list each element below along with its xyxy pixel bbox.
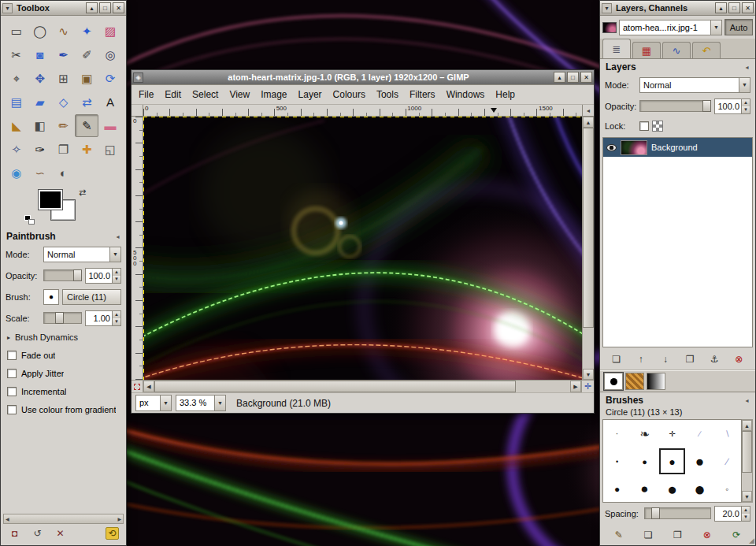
default-colors-icon[interactable] xyxy=(24,215,37,226)
delete-tool-options-button[interactable]: ✕ xyxy=(54,527,67,540)
close-button[interactable]: ✕ xyxy=(113,2,124,13)
window-menu-icon[interactable]: ▾ xyxy=(602,3,612,13)
slider-thumb[interactable] xyxy=(55,312,64,324)
scroll-up-icon[interactable]: ▲ xyxy=(583,117,594,128)
spinner-arrows-icon[interactable]: ▲▼ xyxy=(112,311,120,325)
resize-grip[interactable]: ◢ xyxy=(749,537,754,544)
anchor-layer-button[interactable]: ⚓ xyxy=(708,353,721,366)
foreground-color-swatch[interactable] xyxy=(39,190,62,210)
tool-scale[interactable]: ▤ xyxy=(5,91,28,113)
tool-blur-sharpen[interactable]: ◉ xyxy=(5,162,28,184)
delete-layer-button[interactable]: ⊗ xyxy=(732,353,746,366)
canvas[interactable] xyxy=(143,117,582,380)
gimp-window-icon[interactable]: ◈ xyxy=(133,72,143,83)
tool-bucket-fill[interactable]: ◣ xyxy=(5,114,28,137)
tool-airbrush[interactable]: ✧ xyxy=(5,138,28,161)
swap-colors-icon[interactable]: ⇄ xyxy=(79,188,86,198)
dock-resize-handle[interactable]: ◀ ▶ xyxy=(3,514,124,524)
navigation-button[interactable]: ✛ xyxy=(581,380,594,392)
scroll-down-icon[interactable]: ▼ xyxy=(583,369,594,380)
tool-text[interactable]: A xyxy=(98,91,122,113)
spinner-arrows-icon[interactable]: ▲▼ xyxy=(741,507,750,521)
tool-ellipse-select[interactable]: ◯ xyxy=(28,20,52,43)
maximize-button[interactable]: □ xyxy=(728,2,740,13)
close-button[interactable]: ✕ xyxy=(742,2,754,13)
image-select[interactable]: atom-hea...rix.jpg-1 ▼ xyxy=(619,20,722,35)
lower-layer-button[interactable]: ↓ xyxy=(658,353,672,366)
raise-layer-button[interactable]: ↑ xyxy=(634,353,647,366)
brush-bird[interactable]: ❧ xyxy=(631,420,658,448)
horizontal-scrollbar[interactable]: ◀ ▶ xyxy=(143,380,581,392)
tool-clone[interactable]: ❐ xyxy=(52,138,76,161)
edit-brush-button[interactable]: ✎ xyxy=(612,529,625,541)
tool-heal[interactable]: ✚ xyxy=(75,138,98,161)
new-layer-button[interactable]: ❏ xyxy=(610,353,623,366)
image-menu-button[interactable]: ◂ xyxy=(582,105,594,117)
h-ruler[interactable]: 050010001500 xyxy=(143,105,582,117)
scroll-up-icon[interactable]: ▲ xyxy=(742,420,752,431)
menu-file[interactable]: File xyxy=(133,86,159,103)
menu-image[interactable]: Image xyxy=(255,86,292,103)
tool-pencil[interactable]: ✏ xyxy=(52,114,76,137)
brush-pixel[interactable]: · xyxy=(603,420,631,448)
menu-colours[interactable]: Colours xyxy=(328,86,371,103)
toolbox-titlebar[interactable]: ▾ Toolbox ▴ □ ✕ xyxy=(1,1,126,16)
scroll-right-icon[interactable]: ▶ xyxy=(570,381,581,392)
spinner-arrows-icon[interactable]: ▲▼ xyxy=(112,269,120,283)
brush-fuzzy[interactable]: ◦ xyxy=(713,475,741,503)
shade-button[interactable]: ▴ xyxy=(86,2,98,13)
spacing-spinner[interactable]: 20.0 ▲▼ xyxy=(714,506,750,522)
tool-free-select[interactable]: ∿ xyxy=(52,20,76,43)
v-ruler[interactable]: 05 0 0 xyxy=(132,117,143,380)
tab-paths[interactable]: ∿ xyxy=(662,42,691,58)
brush-circle-03[interactable]: ● xyxy=(631,448,658,475)
visibility-eye-icon[interactable] xyxy=(606,144,617,151)
menu-select[interactable]: Select xyxy=(187,86,224,103)
image-titlebar[interactable]: ◈ atom-heart-matrix.jpg-1.0 (RGB, 1 laye… xyxy=(132,70,594,85)
brush-circle-05[interactable]: ● xyxy=(603,475,631,503)
quick-mask-button[interactable] xyxy=(132,380,143,392)
tool-perspective-clone[interactable]: ◱ xyxy=(98,138,122,161)
tab-undo-history[interactable]: ↶ xyxy=(692,42,721,58)
brush-slash-medium[interactable]: ∕ xyxy=(713,448,741,475)
tool-measure[interactable]: ⌖ xyxy=(5,67,28,90)
reset-tool-options-button[interactable]: ⟲ xyxy=(106,527,119,540)
collapse-icon[interactable]: ◂ xyxy=(742,62,752,72)
ruler-origin-corner[interactable] xyxy=(132,105,143,117)
tab-layers[interactable]: ≣ xyxy=(602,39,631,58)
spinner-arrows-icon[interactable]: ▲▼ xyxy=(741,99,750,113)
scroll-left-icon[interactable]: ◀ xyxy=(6,516,9,522)
duplicate-layer-button[interactable]: ❐ xyxy=(684,353,697,366)
save-tool-options-button[interactable]: ◘ xyxy=(8,527,21,540)
new-brush-button[interactable]: ❏ xyxy=(642,529,655,541)
vertical-scrollbar[interactable]: ▲ ▼ xyxy=(582,117,594,380)
tab-patterns[interactable] xyxy=(625,373,644,390)
option-fade-out[interactable]: Fade out xyxy=(1,346,126,364)
brush-circle-13[interactable]: ● xyxy=(631,475,658,503)
tool-scissors-select[interactable]: ✂ xyxy=(5,43,28,66)
scroll-right-icon[interactable]: ▶ xyxy=(117,516,121,522)
duplicate-brush-button[interactable]: ❐ xyxy=(671,529,684,541)
scroll-down-icon[interactable]: ▼ xyxy=(742,491,752,502)
tool-rectangle-select[interactable]: ▭ xyxy=(5,20,28,43)
scrollbar-thumb[interactable] xyxy=(154,381,516,392)
spacing-slider[interactable] xyxy=(644,507,711,519)
slider-thumb[interactable] xyxy=(702,100,711,112)
option-apply-jitter[interactable]: Apply Jitter xyxy=(1,364,126,382)
lock-alpha-icon[interactable] xyxy=(652,121,663,132)
layers-titlebar[interactable]: ▾ Layers, Channels ▴ □ ✕ xyxy=(600,1,755,16)
brush-circle-17[interactable]: ● xyxy=(658,475,686,503)
scrollbar-thumb[interactable] xyxy=(583,128,594,328)
mode-select[interactable]: Normal ▼ xyxy=(43,247,121,262)
zoom-select[interactable]: 33.3 % ▼ xyxy=(176,395,226,411)
close-button[interactable]: ✕ xyxy=(580,72,592,83)
tool-blend[interactable]: ◧ xyxy=(28,114,52,137)
menu-layer[interactable]: Layer xyxy=(293,86,328,103)
tool-move[interactable]: ✥ xyxy=(28,67,52,90)
tool-ink[interactable]: ✑ xyxy=(28,138,52,161)
brush-circle-11[interactable]: ● xyxy=(658,448,686,475)
layer-mode-select[interactable]: Normal ▼ xyxy=(639,77,750,93)
scrollbar-thumb[interactable] xyxy=(742,431,752,473)
brush-circle-01[interactable]: • xyxy=(603,448,631,475)
restore-tool-options-button[interactable]: ↺ xyxy=(31,527,44,540)
